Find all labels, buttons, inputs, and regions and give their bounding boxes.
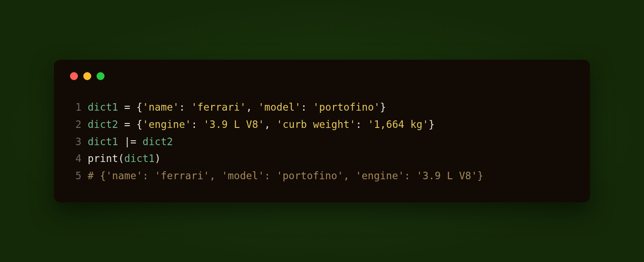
code-block: 1dict1 = {'name': 'ferrari', 'model': 'p…: [70, 99, 574, 184]
token: 'engine': [143, 119, 191, 130]
line-number: 3: [70, 133, 88, 150]
token: # {'name': 'ferrari', 'model': 'portofin…: [88, 170, 484, 181]
token: :: [179, 101, 191, 113]
token: }: [380, 101, 386, 113]
line-content: dict1 |= dict2: [88, 133, 173, 150]
token: ,: [246, 101, 258, 113]
code-line: 1dict1 = {'name': 'ferrari', 'model': 'p…: [70, 99, 574, 116]
token: {: [130, 119, 143, 130]
token: :: [301, 101, 313, 113]
line-content: dict1 = {'name': 'ferrari', 'model': 'po…: [88, 99, 386, 116]
line-number: 2: [70, 116, 88, 133]
token: 'ferrari': [191, 101, 246, 113]
close-icon[interactable]: [70, 72, 78, 80]
token: dict2: [143, 136, 173, 147]
line-number: 1: [70, 99, 88, 116]
token: [118, 136, 124, 147]
token: dict1: [88, 101, 118, 113]
token: 'name': [143, 101, 179, 113]
token: 'model': [258, 101, 301, 113]
token: |=: [124, 136, 136, 147]
line-number: 5: [70, 167, 88, 185]
token: dict1: [124, 153, 155, 164]
line-content: dict2 = {'engine': '3.9 L V8', 'curb wei…: [88, 116, 435, 133]
token: 'portofino': [313, 101, 380, 113]
code-line: 3dict1 |= dict2: [70, 133, 574, 150]
token: {: [130, 101, 143, 113]
token: 'curb weight': [276, 119, 356, 130]
token: =: [124, 101, 130, 113]
token: print: [88, 153, 118, 164]
minimize-icon[interactable]: [83, 72, 91, 80]
token: [118, 119, 124, 130]
token: (: [118, 153, 124, 164]
token: [136, 136, 143, 147]
line-content: # {'name': 'ferrari', 'model': 'portofin…: [88, 167, 484, 185]
token: '3.9 L V8': [203, 119, 264, 130]
token: dict1: [88, 136, 118, 147]
maximize-icon[interactable]: [97, 72, 105, 80]
traffic-lights: [70, 72, 574, 80]
code-line: 4print(dict1): [70, 150, 574, 167]
code-window: 1dict1 = {'name': 'ferrari', 'model': 'p…: [54, 60, 590, 202]
code-line: 2dict2 = {'engine': '3.9 L V8', 'curb we…: [70, 116, 574, 133]
token: :: [356, 119, 368, 130]
line-content: print(dict1): [88, 150, 161, 167]
token: [118, 101, 124, 113]
token: '1,664 kg': [368, 119, 428, 130]
token: ): [155, 153, 161, 164]
token: ,: [264, 119, 277, 130]
token: =: [124, 119, 130, 130]
line-number: 4: [70, 150, 88, 167]
token: :: [191, 119, 204, 130]
token: dict2: [88, 119, 118, 130]
token: }: [429, 119, 435, 130]
code-line: 5# {'name': 'ferrari', 'model': 'portofi…: [70, 167, 574, 185]
